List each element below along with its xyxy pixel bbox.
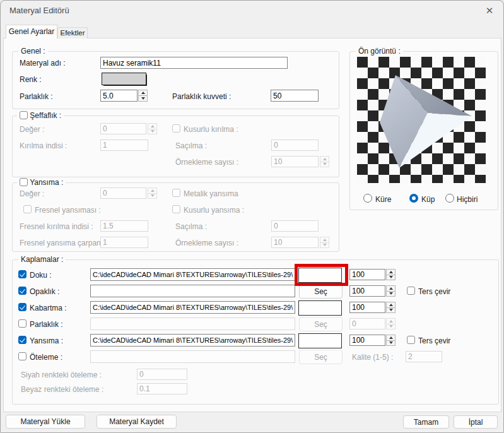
yansima-ornekleme-label: Örnekleme sayısı : [175, 239, 238, 247]
spin-down-icon[interactable] [386, 275, 396, 281]
dialog-title: Materyal Editörü [9, 6, 69, 15]
deger-input[interactable] [100, 123, 146, 134]
oteleme-checkbox[interactable] [18, 352, 26, 360]
opaklik-ters-cevir-label: Ters çevir [418, 287, 450, 296]
close-icon[interactable]: ✕ [483, 4, 496, 17]
parlaklik-spinner[interactable] [138, 90, 148, 102]
spin-down-icon[interactable] [386, 324, 396, 330]
radio-kure[interactable] [363, 194, 372, 203]
kabartma-path-input[interactable] [90, 301, 295, 314]
yansima-path-input[interactable] [90, 334, 295, 347]
yansima-sacilma-input[interactable] [271, 220, 319, 232]
sacilma-label: Saçılma : [175, 141, 207, 150]
yansima-percent-input[interactable] [349, 335, 385, 346]
spin-down-icon[interactable] [386, 291, 396, 297]
metalik-yansima-checkbox[interactable] [172, 189, 180, 197]
yansima-checkbox[interactable] [20, 178, 28, 186]
sacilma-input[interactable] [271, 139, 319, 151]
parlaklik-kuvveti-label: Parlaklık kuvveti : [172, 92, 231, 101]
tamam-button[interactable]: Tamam [403, 415, 449, 429]
yansima-ters-cevir-checkbox[interactable] [407, 336, 415, 344]
tab-efektler[interactable]: Efektler [57, 27, 88, 39]
kirilma-indisi-label: Kırılma indisi : [20, 141, 67, 150]
kusurlu-yansima-checkbox[interactable] [172, 205, 180, 213]
yansima-deger-label: Değer : [20, 189, 44, 198]
yansima-ornekleme-spinner[interactable] [320, 237, 329, 248]
beyaz-oteleme-input[interactable] [137, 383, 187, 394]
group-genel-caption: Genel : [18, 47, 48, 56]
yansima-percent-spinner[interactable] [386, 335, 396, 346]
materyal-yukle-button[interactable]: Materyal Yükle [6, 415, 85, 429]
kabartma-texture-preview-button[interactable] [298, 300, 342, 316]
yansima-doku-checkbox[interactable] [18, 336, 26, 344]
kirilma-indisi-input[interactable] [100, 139, 148, 151]
materyal-kaydet-button[interactable]: Materyal Kaydet [97, 415, 177, 429]
renk-color-swatch[interactable] [102, 73, 146, 85]
opaklik-sec-button[interactable]: Seç [299, 284, 343, 299]
renk-label: Renk : [20, 75, 42, 84]
parlaklik-path-input[interactable] [90, 317, 295, 330]
fresnel-yansimasi-checkbox[interactable] [23, 205, 32, 213]
seffaflik-caption: Şeffaflık : [30, 111, 61, 120]
spin-down-icon[interactable] [148, 193, 157, 199]
parlaklik-kuvveti-input[interactable] [271, 90, 319, 102]
yansima-ters-cevir-label: Ters çevir [418, 336, 450, 345]
siyah-oteleme-input[interactable] [137, 369, 187, 380]
group-preview-caption: Ön görüntü : [356, 47, 403, 56]
parlaklik-input[interactable] [100, 90, 138, 102]
oteleme-path-input[interactable] [90, 350, 295, 363]
doku-checkbox[interactable] [18, 270, 26, 278]
yansima-texture-preview-button[interactable] [298, 333, 342, 348]
iptal-button[interactable]: İptal [454, 415, 498, 429]
deger-label: Değer : [20, 125, 44, 134]
opaklik-percent-spinner[interactable] [386, 285, 396, 297]
opaklik-path-input[interactable] [90, 285, 295, 297]
fresnel-carpani-input[interactable] [100, 237, 148, 248]
parlaklik-percent-spinner[interactable] [386, 318, 396, 329]
doku-percent-spinner[interactable] [386, 269, 396, 280]
yansima-sacilma-label: Saçılma : [175, 222, 207, 231]
kabartma-percent-input[interactable] [349, 302, 385, 313]
ornekleme-label: Örnekleme sayısı : [175, 158, 238, 167]
yansima-deger-input[interactable] [100, 187, 146, 199]
tab-genel-ayarlar[interactable]: Genel Ayarlar [6, 25, 57, 39]
spin-down-icon[interactable] [148, 129, 157, 135]
material-preview-render [357, 57, 486, 183]
materyal-adi-input[interactable] [100, 57, 288, 69]
fresnel-carpani-label: Fresnel yansıma çarpanı : [20, 239, 107, 247]
parlaklik-label: Parlaklık : [20, 92, 53, 101]
opaklik-checkbox[interactable] [18, 287, 26, 295]
oteleme-sec-button[interactable]: Seç [299, 350, 343, 364]
doku-percent-input[interactable] [349, 269, 385, 280]
ornekleme-spinner[interactable] [320, 156, 329, 167]
parlaklik-percent-input[interactable] [349, 318, 385, 329]
opaklik-percent-input[interactable] [349, 285, 385, 297]
seffaflik-checkbox[interactable] [20, 111, 28, 119]
ornekleme-input[interactable] [271, 156, 319, 167]
fresnel-kirilma-input[interactable] [100, 220, 148, 232]
radio-kup[interactable] [409, 194, 418, 203]
doku-texture-preview-button[interactable] [298, 268, 342, 283]
kabartma-percent-spinner[interactable] [386, 302, 396, 313]
spin-down-icon[interactable] [386, 340, 396, 347]
deger-spinner[interactable] [148, 123, 157, 134]
yansima-deger-spinner[interactable] [148, 187, 157, 199]
spin-down-icon[interactable] [320, 162, 329, 168]
parlaklik-sec-button[interactable]: Seç [299, 317, 343, 331]
siyah-oteleme-label: Siyah renkteki öteleme : [21, 371, 102, 379]
oteleme-label: Öteleme : [30, 353, 62, 362]
kusurlu-kirilma-checkbox[interactable] [172, 124, 180, 133]
spin-down-icon[interactable] [138, 95, 148, 102]
opaklik-ters-cevir-checkbox[interactable] [407, 287, 415, 295]
group-kaplamalar [12, 259, 499, 405]
yansima-ornekleme-input[interactable] [271, 237, 319, 248]
kabartma-checkbox[interactable] [18, 303, 26, 311]
kalite-input[interactable] [406, 351, 442, 362]
spin-down-icon[interactable] [386, 307, 396, 314]
radio-hicbiri[interactable] [445, 194, 454, 203]
doku-path-input[interactable] [90, 268, 295, 281]
parlaklik-doku-checkbox[interactable] [18, 319, 26, 328]
kabartma-label: Kabartma : [30, 304, 67, 312]
fresnel-yansimasi-label: Fresnel yansıması : [35, 206, 101, 215]
spin-down-icon[interactable] [320, 242, 329, 249]
